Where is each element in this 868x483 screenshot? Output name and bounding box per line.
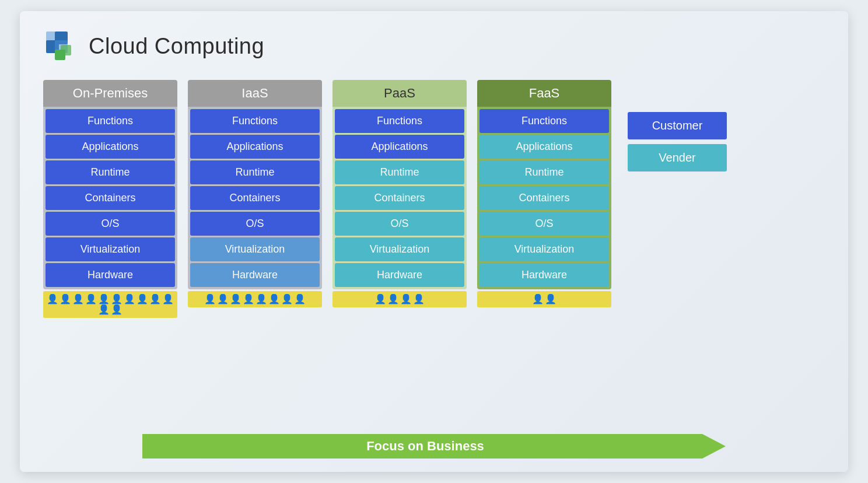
paas-hardware: Hardware [335,263,464,287]
legend-customer: Customer [628,112,727,139]
paas-applications: Applications [335,135,464,159]
logo [43,29,78,64]
svg-rect-5 [55,50,65,60]
slide: Cloud Computing On-Premises Functions Ap… [20,11,848,472]
person-icon: 👤 [230,295,242,304]
onprem-containers: Containers [46,186,175,210]
column-header-faas: FaaS [477,80,611,107]
column-header-onprem: On-Premises [43,80,177,107]
paas-containers: Containers [335,186,464,210]
paas-virtualization: Virtualization [335,237,464,261]
iaas-containers: Containers [190,186,320,210]
focus-arrow: Focus on Business [142,432,726,460]
person-icon: 👤 [162,295,174,304]
person-icon: 👤 [268,295,280,304]
column-iaas: IaaS Functions Applications Runtime Cont… [188,80,322,307]
faas-os: O/S [480,212,609,236]
person-icon: 👤 [387,295,399,304]
arrow-body: Focus on Business [142,434,726,459]
paas-functions: Functions [335,109,464,133]
onprem-virtualization: Virtualization [46,237,175,261]
person-icon: 👤 [545,295,556,304]
iaas-virtualization: Virtualization [190,237,320,261]
onprem-runtime: Runtime [46,160,175,184]
stack-faas: Functions Applications Runtime Container… [477,107,611,289]
person-icon: 👤 [243,295,254,304]
person-icon: 👤 [111,295,123,304]
person-icon: 👤 [217,295,229,304]
faas-hardware: Hardware [480,263,609,287]
person-icon: 👤 [281,295,293,304]
column-onprem: On-Premises Functions Applications Runti… [43,80,177,318]
main-content: On-Premises Functions Applications Runti… [43,80,825,425]
faas-virtualization: Virtualization [480,237,609,261]
iaas-functions: Functions [190,109,320,133]
person-icon: 👤 [294,295,306,304]
person-icon: 👤 [413,295,425,304]
column-paas: PaaS Functions Applications Runtime Cont… [332,80,467,307]
person-icon: 👤 [111,305,123,314]
paas-runtime: Runtime [335,160,464,184]
faas-runtime: Runtime [480,160,609,184]
onprem-os: O/S [46,212,175,236]
column-header-iaas: IaaS [188,80,322,107]
faas-functions: Functions [480,109,609,133]
person-icon: 👤 [47,295,58,304]
person-icon: 👤 [98,295,110,304]
person-icon: 👤 [72,295,84,304]
iaas-os: O/S [190,212,320,236]
person-icon: 👤 [532,295,544,304]
column-header-paas: PaaS [332,80,467,107]
iaas-runtime: Runtime [190,160,320,184]
arrow-label: Focus on Business [366,439,502,454]
person-icon: 👤 [136,295,148,304]
person-icon: 👤 [149,295,161,304]
person-icon: 👤 [204,295,216,304]
onprem-hardware: Hardware [46,263,175,287]
header: Cloud Computing [43,29,825,64]
page-title: Cloud Computing [89,34,264,59]
onprem-applications: Applications [46,135,175,159]
person-icon: 👤 [374,295,386,304]
person-icon: 👤 [85,295,97,304]
faas-applications: Applications [480,135,609,159]
bottom-section: Focus on Business [43,432,825,460]
onprem-people: 👤 👤 👤 👤 👤 👤 👤 👤 👤 👤 👤 👤 [43,291,177,318]
faas-people: 👤 👤 [477,291,611,307]
paas-os: O/S [335,212,464,236]
person-icon: 👤 [98,305,110,314]
person-icon: 👤 [60,295,71,304]
onprem-functions: Functions [46,109,175,133]
paas-people: 👤 👤 👤 👤 [332,291,467,307]
iaas-hardware: Hardware [190,263,320,287]
faas-containers: Containers [480,186,609,210]
column-faas: FaaS Functions Applications Runtime Cont… [477,80,611,307]
stack-paas: Functions Applications Runtime Container… [332,107,467,289]
iaas-people: 👤 👤 👤 👤 👤 👤 👤 👤 [188,291,322,307]
iaas-applications: Applications [190,135,320,159]
person-icon: 👤 [256,295,267,304]
legend-vender: Vender [628,144,727,172]
stack-onprem: Functions Applications Runtime Container… [43,107,177,289]
stack-iaas: Functions Applications Runtime Container… [188,107,322,289]
legend-panel: Customer Vender [628,112,727,172]
person-icon: 👤 [124,295,135,304]
person-icon: 👤 [400,295,412,304]
